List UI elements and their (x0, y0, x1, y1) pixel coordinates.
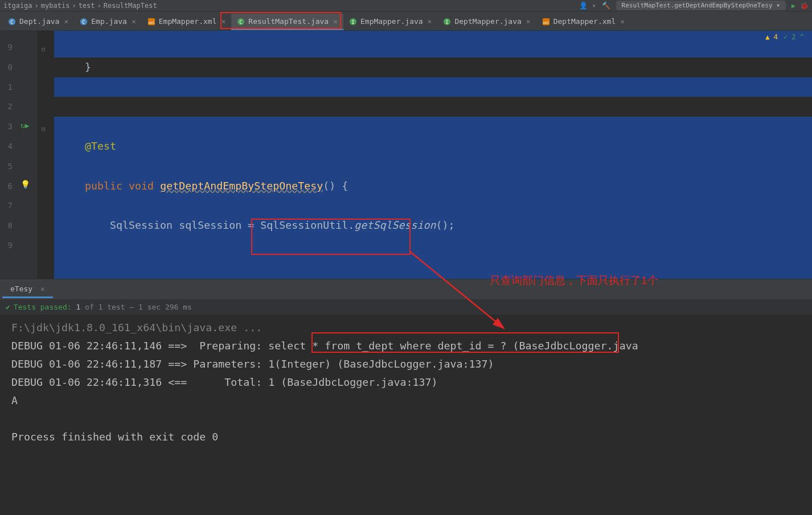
close-icon[interactable]: × (526, 17, 531, 26)
annotation-text: 只查询部门信息，下面只执行了1个 (490, 273, 658, 288)
xml-file-icon: xml (147, 18, 155, 26)
breadcrumb-item[interactable]: ResultMapTest (104, 2, 157, 10)
tab-label: ResultMapTest.java (248, 17, 329, 26)
chevron-right-icon: › (72, 2, 76, 10)
close-icon[interactable]: × (40, 285, 45, 293)
editor-tabs: C Dept.java × C Emp.java × xml EmpMapper… (0, 11, 812, 31)
svg-text:C: C (83, 19, 85, 24)
intention-bulb-icon[interactable]: 💡 (20, 175, 30, 195)
run-panel-tabs: eTesy × (0, 279, 812, 299)
console-line: DEBUG 01-06 22:46:11,187 ==> Parameters:… (0, 355, 812, 373)
tab-dept-java[interactable]: C Dept.java × (2, 14, 74, 30)
java-class-icon: C (8, 18, 16, 26)
debug-icon[interactable]: 🐞 (800, 2, 809, 10)
console-line (0, 410, 812, 428)
warnings-badge[interactable]: ▲ 4 (765, 33, 778, 41)
breadcrumb-item[interactable]: test (79, 2, 95, 10)
chevron-right-icon: › (35, 2, 39, 10)
xml-file-icon: xml (542, 18, 550, 26)
chevron-right-icon: › (97, 2, 101, 10)
console-output[interactable]: F:\jdk\jdk1.8.0_161_x64\bin\java.exe ...… (0, 315, 812, 515)
svg-text:C: C (10, 19, 13, 24)
close-icon[interactable]: × (221, 17, 225, 26)
tab-emp-java[interactable]: C Emp.java × (74, 14, 141, 30)
close-icon[interactable]: × (428, 17, 432, 26)
java-interface-icon: I (349, 18, 357, 26)
run-test-gutter-icon[interactable]: ↻▶ (20, 116, 30, 136)
tab-deptmapper-xml[interactable]: xml DeptMapper.xml × (536, 14, 630, 30)
fold-icon[interactable]: ⊟ (42, 120, 46, 139)
tab-label: DeptMapper.xml (553, 17, 616, 26)
tests-passed-label: Tests passed: (14, 303, 72, 311)
console-line: A (0, 392, 812, 410)
close-icon[interactable]: × (620, 17, 625, 26)
console-line: Process finished with exit code 0 (0, 428, 812, 446)
fold-icon[interactable]: ⊟ (42, 40, 46, 60)
tab-resultmaptest-java[interactable]: C ResultMapTest.java × (231, 14, 343, 30)
gutter-icons: ↻▶ 💡 (17, 31, 37, 279)
test-status-bar: ✔ Tests passed: 1 of 1 test – 1 sec 296 … (0, 299, 812, 315)
svg-text:xml: xml (543, 20, 549, 24)
java-class-icon: C (80, 18, 88, 26)
tab-label: EmpMapper.xml (159, 17, 217, 26)
close-icon[interactable]: × (333, 17, 338, 26)
java-interface-icon: I (443, 18, 451, 26)
tab-label: DeptMapper.java (454, 17, 521, 26)
run-tab[interactable]: eTesy × (2, 281, 53, 298)
check-icon: ✔ (6, 303, 10, 311)
tab-empmapper-java[interactable]: I EmpMapper.java × (343, 14, 437, 30)
console-line: DEBUG 01-06 22:46:11,316 <== Total: 1 (B… (0, 373, 812, 392)
checks-badge[interactable]: ✓ 2 ^ (784, 33, 804, 41)
console-line: DEBUG 01-06 22:46:11,146 ==> Preparing: … (0, 337, 812, 355)
svg-text:xml: xml (148, 20, 154, 24)
svg-text:C: C (240, 19, 243, 24)
run-icon[interactable]: ▶ (792, 2, 795, 10)
fold-column: ⊟ ⊟ (37, 31, 54, 279)
code-brace: } (85, 61, 91, 73)
breadcrumb[interactable]: itgaiga › mybatis › test › ResultMapTest (3, 2, 157, 10)
tab-deptmapper-java[interactable]: I DeptMapper.java × (437, 14, 536, 30)
breadcrumb-item[interactable]: itgaiga (3, 2, 32, 10)
tab-label: Dept.java (19, 17, 59, 26)
breadcrumb-item[interactable]: mybatis (41, 2, 70, 10)
tab-label: EmpMapper.java (360, 17, 423, 26)
breadcrumb-bar: itgaiga › mybatis › test › ResultMapTest… (0, 0, 812, 11)
run-config-dropdown[interactable]: ResultMapTest.getDeptAndEmpByStepOneTesy… (616, 1, 786, 10)
code-annotation: @Test (85, 140, 116, 152)
tests-passed-count: 1 (76, 303, 80, 311)
tab-empmapper-xml[interactable]: xml EmpMapper.xml × (142, 14, 232, 30)
code-editor[interactable]: ▲ 4 ✓ 2 ^ 9 0 1 2 3 4 5 6 7 8 9 ↻▶ 💡 ⊟ ⊟… (0, 31, 812, 279)
build-icon[interactable]: 🔨 (602, 2, 610, 10)
svg-text:I: I (446, 19, 449, 24)
java-class-icon: C (237, 18, 245, 26)
svg-text:I: I (351, 19, 354, 24)
tab-label: Emp.java (91, 17, 127, 26)
console-line: F:\jdk\jdk1.8.0_161_x64\bin\java.exe ... (0, 319, 812, 337)
line-numbers: 9 0 1 2 3 4 5 6 7 8 9 (0, 31, 17, 279)
close-icon[interactable]: × (132, 17, 136, 26)
close-icon[interactable]: × (64, 17, 68, 26)
method-name: getDeptAndEmpByStepOneTesy (160, 180, 323, 192)
user-icon[interactable]: 👤 ▾ (579, 2, 596, 10)
